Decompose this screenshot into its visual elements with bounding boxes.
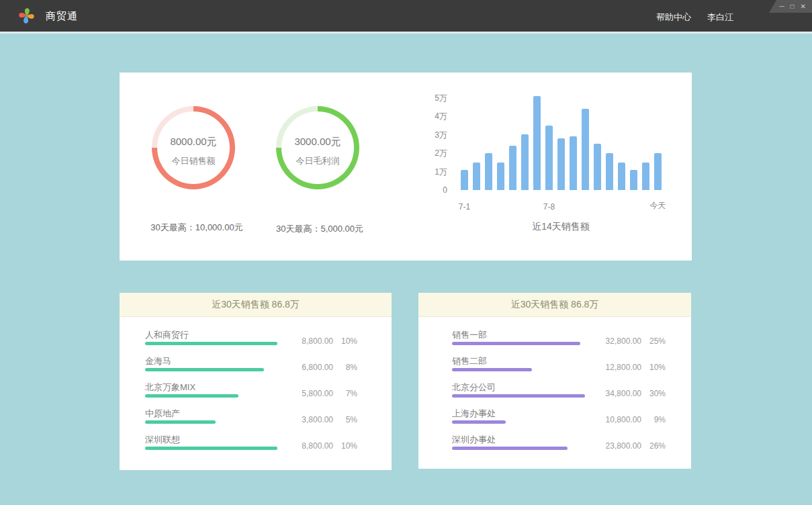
titlebar-highlight-strip xyxy=(0,32,812,34)
sales-bar xyxy=(485,153,492,190)
rank-list: 人和商贸行8,800.0010%金海马6,800.008%北京万象MIX5,80… xyxy=(120,317,392,451)
rank-amount: 3,800.00 xyxy=(302,415,333,424)
rank-value: 12,800.0010% xyxy=(606,363,666,372)
x-axis-tick: 7-1 xyxy=(459,202,470,212)
rank-value: 8,800.0010% xyxy=(302,441,357,451)
rank-bar xyxy=(145,394,238,398)
y-axis-tick: 1万 xyxy=(428,167,447,177)
rank-row: 销售二部12,800.0010% xyxy=(452,355,666,373)
today-profit-gauge: 3000.00元 今日毛利润 xyxy=(276,106,359,189)
department-sales-rank-panel: 近30天销售额 86.8万 销售一部32,800.0025%销售二部12,800… xyxy=(418,293,691,469)
profit-30day-max: 30天最高：5,000.00元 xyxy=(249,223,390,235)
gauge-center: 8000.00元 今日销售额 xyxy=(157,111,230,184)
sales-bar xyxy=(642,163,649,190)
sales-bar xyxy=(618,163,625,190)
rank-percent: 7% xyxy=(333,389,357,398)
rank-amount: 34,800.00 xyxy=(606,389,641,398)
today-summary-card: 8000.00元 今日销售额 30天最高：10,000.00元 3000.00元… xyxy=(120,73,692,261)
rank-bar xyxy=(452,394,585,398)
sales-bar xyxy=(533,96,541,190)
rank-bar xyxy=(452,342,580,345)
y-axis-tick: 5万 xyxy=(428,93,447,103)
rank-bar xyxy=(145,420,216,424)
x-axis-tick: 今天 xyxy=(650,200,666,212)
y-axis-tick: 2万 xyxy=(428,148,447,158)
rank-row: 中原地产3,800.005% xyxy=(145,408,357,425)
customer-sales-rank-panel: 近30天销售额 86.8万 人和商贸行8,800.0010%金海马6,800.0… xyxy=(120,293,392,470)
y-axis-tick: 0 xyxy=(428,185,447,195)
rank-row: 上海办事处10,800.009% xyxy=(452,408,666,425)
app-logo-icon xyxy=(18,7,35,24)
today-profit-value: 3000.00元 xyxy=(294,136,341,148)
rank-value: 8,800.0010% xyxy=(302,336,357,346)
rank-bar xyxy=(452,420,506,424)
today-sales-value: 8000.00元 xyxy=(170,136,216,148)
sales-bar xyxy=(557,138,565,190)
rank-value: 34,800.0030% xyxy=(606,389,666,398)
rank-value: 10,800.009% xyxy=(606,415,666,424)
rank-percent: 10% xyxy=(333,336,357,346)
rank-percent: 26% xyxy=(641,441,666,451)
rank-percent: 25% xyxy=(641,336,666,346)
bar-chart-title: 近14天销售额 xyxy=(532,221,590,233)
sales-bar xyxy=(630,170,637,190)
rank-amount: 8,800.00 xyxy=(302,441,333,451)
sales-bar xyxy=(473,163,480,190)
rank-row: 深圳联想8,800.0010% xyxy=(145,434,357,451)
rank-amount: 5,800.00 xyxy=(302,389,333,398)
today-profit-caption: 今日毛利润 xyxy=(296,155,340,167)
window-controls: ─ □ ✕ xyxy=(769,0,812,13)
rank-value: 23,800.0026% xyxy=(606,441,666,451)
rank-amount: 23,800.00 xyxy=(606,441,641,451)
rank-amount: 32,800.00 xyxy=(606,336,641,346)
user-menu[interactable]: 李白江 xyxy=(707,11,733,24)
rank-percent: 9% xyxy=(641,415,666,424)
rank-row: 北京万象MIX5,800.007% xyxy=(145,381,357,399)
today-sales-gauge: 8000.00元 今日销售额 xyxy=(152,106,235,189)
rank-percent: 30% xyxy=(641,389,666,398)
sales-bar xyxy=(582,109,589,190)
y-axis-tick: 4万 xyxy=(428,111,447,121)
rank-value: 5,800.007% xyxy=(302,389,357,398)
close-icon[interactable]: ✕ xyxy=(801,3,806,10)
x-axis-tick: 7-8 xyxy=(543,202,555,212)
rank-value: 32,800.0025% xyxy=(606,336,666,346)
rank-value: 6,800.008% xyxy=(302,363,357,372)
rank-bar xyxy=(145,368,264,371)
sales-bar xyxy=(570,136,577,190)
sales-bar xyxy=(461,170,468,190)
rank-percent: 10% xyxy=(333,441,357,451)
sales-bar xyxy=(654,153,662,190)
today-sales-caption: 今日销售额 xyxy=(172,155,216,167)
rank-row: 北京分公司34,800.0030% xyxy=(452,381,666,399)
sales-bar xyxy=(509,146,516,190)
maximize-icon[interactable]: □ xyxy=(791,3,795,10)
rank-panel-title: 近30天销售额 86.8万 xyxy=(120,293,392,317)
help-center-link[interactable]: 帮助中心 xyxy=(656,11,691,24)
rank-amount: 10,800.00 xyxy=(606,415,641,424)
y-axis-tick: 3万 xyxy=(428,130,447,140)
rank-bar xyxy=(452,447,568,450)
rank-row: 金海马6,800.008% xyxy=(145,355,357,373)
sales-bar xyxy=(594,144,601,190)
app-title: 商贸通 xyxy=(46,10,78,23)
rank-amount: 6,800.00 xyxy=(302,363,333,372)
bar-chart-plot-area xyxy=(461,89,664,190)
sales-bar xyxy=(545,126,553,190)
sales-bar xyxy=(497,163,504,190)
sales-bar xyxy=(606,153,613,190)
rank-amount: 8,800.00 xyxy=(302,336,333,346)
rank-amount: 12,800.00 xyxy=(606,363,641,372)
window-titlebar: 商贸通 帮助中心 李白江 ─ □ ✕ xyxy=(0,0,812,32)
rank-row: 深圳办事处23,800.0026% xyxy=(452,434,666,451)
rank-list: 销售一部32,800.0025%销售二部12,800.0010%北京分公司34,… xyxy=(418,317,691,451)
minimize-icon[interactable]: ─ xyxy=(779,3,784,10)
rank-percent: 8% xyxy=(333,363,357,372)
rank-value: 3,800.005% xyxy=(302,415,357,424)
rank-bar xyxy=(145,342,277,345)
sales-14day-bar-chart: 近14天销售额 01万2万3万4万5万7-17-8今天 xyxy=(428,91,684,236)
rank-row: 销售一部32,800.0025% xyxy=(452,329,666,347)
rank-percent: 10% xyxy=(641,363,666,372)
rank-bar xyxy=(452,368,532,371)
sales-30day-max: 30天最高：10,000.00元 xyxy=(126,222,267,234)
